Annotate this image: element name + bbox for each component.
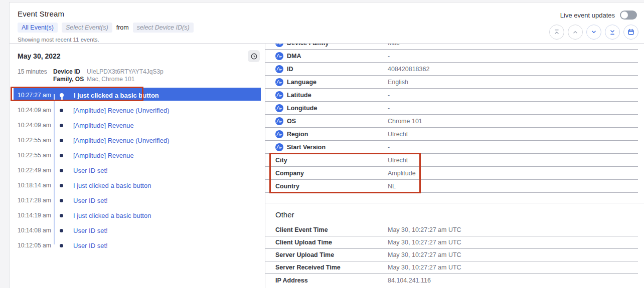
- header: Event Stream All Event(s) Select Event(s…: [10, 3, 644, 44]
- event-time: 10:17:28 am: [18, 197, 55, 204]
- event-time: 10:14:08 am: [18, 227, 55, 234]
- live-updates-label: Live event updates: [560, 12, 615, 19]
- property-value: -: [388, 144, 390, 151]
- property-value: -: [388, 53, 390, 60]
- all-events-chip[interactable]: All Event(s): [18, 23, 58, 33]
- chevron-up-button[interactable]: [568, 25, 583, 40]
- pagination-buttons: [549, 25, 638, 40]
- event-name-link[interactable]: User ID set!: [73, 197, 108, 204]
- event-row[interactable]: 10:14:08 amUser ID set!: [10, 223, 265, 238]
- session-meta: 15 minutes Device ID Family, OS UIeLPDX3…: [10, 62, 265, 83]
- scroll-to-top-button[interactable]: [549, 25, 564, 40]
- event-row[interactable]: 10:24:09 am[Amplitude] Revenue (Unverifi…: [10, 103, 265, 118]
- property-value: Mac: [388, 44, 400, 47]
- property-row: CountryNL: [265, 180, 638, 193]
- property-row: ID408420818362: [265, 63, 638, 76]
- event-row[interactable]: 10:27:27 amI just clicked a basic button: [10, 88, 265, 103]
- events-summary: Showing most recent 11 events.: [18, 37, 636, 43]
- scroll-to-top-icon: [553, 29, 560, 36]
- timeline-dot-icon: [60, 139, 63, 142]
- amplitude-property-icon: [275, 104, 283, 112]
- content-body: May 30, 2022 15 minutes Device ID Family…: [10, 44, 644, 288]
- event-time: 10:22:49 am: [18, 167, 55, 174]
- amplitude-property-icon: [275, 91, 283, 99]
- event-row[interactable]: 10:22:55 am[Amplitude] Revenue: [10, 148, 265, 163]
- scroll-to-bottom-button[interactable]: [605, 25, 620, 40]
- amplitude-property-icon: [275, 143, 283, 151]
- property-label: Client Event Time: [265, 226, 388, 233]
- property-value: Amplitude: [388, 170, 416, 177]
- live-updates-toggle[interactable]: [620, 11, 637, 20]
- event-row[interactable]: 10:22:49 amUser ID set!: [10, 163, 265, 178]
- property-row: CompanyAmplitude: [265, 167, 638, 180]
- event-name-link[interactable]: I just clicked a basic button: [73, 182, 151, 189]
- event-name-link[interactable]: User ID set!: [73, 167, 108, 174]
- amplitude-property-icon: [275, 65, 283, 73]
- event-time: 10:24:09 am: [18, 122, 55, 129]
- property-row: DMA-: [265, 50, 638, 63]
- timeline-dot-icon: [60, 154, 63, 157]
- event-stream-card: Event Stream All Event(s) Select Event(s…: [9, 2, 644, 288]
- event-name-link[interactable]: [Amplitude] Revenue: [73, 152, 134, 159]
- event-name-link[interactable]: [Amplitude] Revenue: [73, 122, 134, 129]
- event-row[interactable]: 10:22:55 am[Amplitude] Revenue (Unverifi…: [10, 133, 265, 148]
- property-row: LanguageEnglish: [265, 76, 638, 89]
- property-row: RegionUtrecht: [265, 128, 638, 141]
- property-value: English: [388, 79, 408, 86]
- event-row[interactable]: 10:24:09 am[Amplitude] Revenue: [10, 118, 265, 133]
- event-time: 10:24:09 am: [18, 107, 55, 114]
- event-time: 10:27:27 am: [18, 92, 55, 99]
- other-section-title: Other: [265, 203, 644, 224]
- property-value: Utrecht: [388, 157, 408, 164]
- property-label: Server Upload Time: [265, 251, 388, 258]
- event-row[interactable]: 10:12:05 amUser ID set!: [10, 238, 265, 253]
- property-label: City: [275, 157, 287, 164]
- timeline-dot-icon: [60, 109, 63, 112]
- timeline-dot-icon: [60, 93, 64, 97]
- family-os-value: Mac, Chrome 101: [87, 76, 164, 83]
- event-row[interactable]: 10:14:19 amI just clicked a basic button: [10, 208, 265, 223]
- amplitude-property-icon: [275, 78, 283, 86]
- select-events-chip[interactable]: Select Event(s): [62, 23, 112, 33]
- calendar-button[interactable]: [623, 25, 638, 40]
- event-time: 10:22:55 am: [18, 152, 55, 159]
- event-name-link[interactable]: User ID set!: [73, 227, 108, 234]
- amplitude-property-icon: [275, 44, 283, 47]
- timeline-dot-icon: [60, 214, 63, 217]
- session-time-button[interactable]: [248, 50, 260, 62]
- event-time: 10:12:05 am: [18, 242, 55, 249]
- other-property-row: Server Received TimeMay 30, 10:27:27 am …: [265, 261, 638, 274]
- timeline-dot-icon: [60, 169, 63, 172]
- event-name-link[interactable]: User ID set!: [73, 242, 108, 249]
- select-device-ids-chip[interactable]: select Device ID(s): [133, 23, 194, 33]
- chevron-up-icon: [572, 29, 579, 36]
- other-property-row: IP Address84.104.241.116: [265, 274, 638, 286]
- property-row: Device FamilyMac: [265, 44, 638, 50]
- scroll-to-bottom-icon: [609, 29, 616, 36]
- device-id-value: UIeLPDX3t6RTYAYT4JqS3p: [87, 68, 164, 76]
- timeline-dot-icon: [60, 199, 63, 202]
- property-label: Device Family: [287, 44, 329, 47]
- event-name-link[interactable]: [Amplitude] Revenue (Unverified): [73, 137, 169, 144]
- family-os-label: Family, OS: [53, 76, 86, 83]
- event-list-panel: May 30, 2022 15 minutes Device ID Family…: [10, 44, 265, 288]
- property-value: -: [388, 105, 390, 112]
- timeline-dot-icon: [60, 229, 63, 232]
- event-time: 10:18:14 am: [18, 182, 55, 189]
- filter-bar: All Event(s) Select Event(s) from select…: [18, 23, 636, 33]
- event-name-link[interactable]: I just clicked a basic button: [74, 92, 159, 99]
- property-label: Company: [275, 170, 304, 177]
- event-row[interactable]: 10:17:28 amUser ID set!: [10, 193, 265, 208]
- event-name-link[interactable]: [Amplitude] Revenue (Unverified): [73, 107, 169, 114]
- property-row: Longitude-: [265, 102, 638, 115]
- timeline-dot-icon: [60, 244, 63, 247]
- amplitude-property-icon: [275, 117, 283, 125]
- event-row[interactable]: 10:18:14 amI just clicked a basic button: [10, 178, 265, 193]
- property-list: Device FamilyMacDMA-ID408420818362Langua…: [265, 44, 644, 193]
- event-name-link[interactable]: I just clicked a basic button: [73, 212, 151, 219]
- date-header: May 30, 2022: [18, 52, 61, 60]
- toggle-knob: [621, 12, 628, 19]
- property-label: Server Received Time: [265, 264, 388, 271]
- timeline-dot-icon: [60, 124, 63, 127]
- chevron-down-button[interactable]: [586, 25, 601, 40]
